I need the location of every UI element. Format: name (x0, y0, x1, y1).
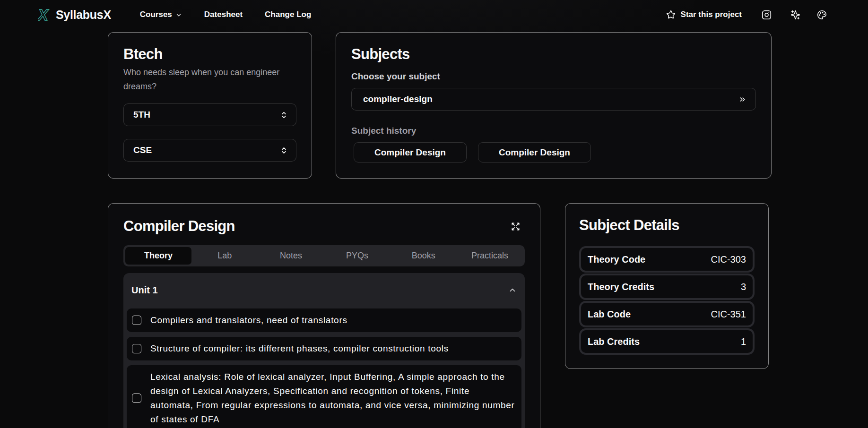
detail-row: Lab Credits 1 (579, 328, 755, 355)
subject-details-card: Subject Details Theory Code CIC-303 Theo… (565, 203, 769, 369)
palette-icon (817, 10, 827, 20)
subject-history-label: Subject history (351, 124, 756, 137)
nav-changelog[interactable]: Change Log (265, 10, 311, 19)
detail-value: 1 (741, 336, 746, 347)
subject-history-button[interactable]: Compiler Design (354, 142, 467, 163)
topic-checkbox[interactable] (132, 344, 141, 353)
tab[interactable]: PYQs (324, 247, 391, 265)
syllabus-card-title: Compiler Design (123, 218, 235, 235)
nav-courses[interactable]: Courses (140, 10, 182, 19)
syllabus-tabs: TheoryLabNotesPYQsBooksPracticals (123, 245, 525, 266)
tab[interactable]: Theory (125, 247, 191, 265)
subject-history-button[interactable]: Compiler Design (478, 142, 591, 163)
subject-details-list: Theory Code CIC-303 Theory Credits 3 Lab… (579, 246, 755, 355)
top-navbar: X SyllabusX Courses Datesheet Change Log… (0, 0, 868, 29)
main-content: Btech Who needs sleep when you can engin… (108, 32, 771, 428)
chevrons-up-down-icon (280, 146, 288, 154)
subject-details-title: Subject Details (579, 217, 755, 234)
detail-label: Lab Code (588, 309, 631, 320)
detail-label: Lab Credits (588, 336, 640, 347)
detail-row: Theory Credits 3 (579, 274, 755, 300)
detail-label: Theory Code (588, 254, 645, 265)
chevrons-up-down-icon (280, 111, 288, 119)
chevrons-right-icon (738, 95, 746, 103)
topic-list: Compilers and translators, need of trans… (123, 307, 525, 428)
course-card-subtitle: Who needs sleep when you can engineer dr… (123, 65, 296, 94)
topic-row: Structure of compiler: its different pha… (127, 337, 521, 360)
topic-checkbox[interactable] (132, 394, 141, 403)
topic-text: Lexical analysis: Role of lexical analyz… (150, 370, 515, 427)
topic-text: Compilers and translators, need of trans… (150, 313, 347, 327)
syllabus-card: Compiler Design TheoryLabNotesPYQsBooksP… (108, 203, 540, 428)
instagram-button[interactable] (757, 5, 776, 24)
tab[interactable]: Notes (258, 247, 324, 265)
branch-select-value: CSE (133, 145, 152, 155)
svg-text:X: X (38, 8, 49, 22)
topic-row: Compilers and translators, need of trans… (127, 308, 521, 332)
brand-title: SyllabusX (56, 8, 111, 22)
detail-label: Theory Credits (588, 282, 654, 292)
semester-select[interactable]: 5TH (123, 103, 296, 126)
instagram-icon (762, 10, 772, 20)
choose-subject-label: Choose your subject (351, 70, 756, 83)
brand-logo[interactable]: X SyllabusX (38, 8, 111, 22)
tab[interactable]: Lab (191, 247, 258, 265)
subject-combobox-value: compiler-design (363, 94, 433, 104)
detail-value: CIC-351 (711, 309, 746, 320)
unit-accordion: Unit 1 Compilers and translators, need o… (123, 273, 525, 428)
branch-select[interactable]: CSE (123, 139, 296, 162)
main-nav: Courses Datesheet Change Log (140, 10, 312, 19)
detail-value: 3 (741, 282, 746, 292)
theme-palette-button[interactable] (812, 5, 831, 24)
chevron-up-icon (508, 286, 517, 294)
detail-row: Theory Code CIC-303 (579, 246, 755, 273)
detail-row: Lab Code CIC-351 (579, 301, 755, 327)
subjects-card: Subjects Choose your subject compiler-de… (336, 32, 772, 179)
unit-accordion-header[interactable]: Unit 1 (123, 273, 525, 307)
semester-select-value: 5TH (133, 110, 150, 120)
star-project-button[interactable]: Star this project (665, 6, 743, 23)
subject-combobox[interactable]: compiler-design (351, 88, 756, 111)
tab[interactable]: Practicals (457, 247, 523, 265)
star-project-label: Star this project (681, 10, 742, 19)
topic-row: Lexical analysis: Role of lexical analyz… (127, 365, 521, 428)
tab[interactable]: Books (391, 247, 457, 265)
expand-icon (511, 222, 520, 231)
ai-sparkles-button[interactable] (786, 5, 805, 24)
topic-text: Structure of compiler: its different pha… (150, 342, 449, 356)
subjects-card-title: Subjects (351, 46, 756, 63)
nav-datesheet[interactable]: Datesheet (204, 10, 243, 19)
topic-checkbox[interactable] (132, 316, 141, 325)
subject-history-list: Compiler DesignCompiler Design (354, 142, 756, 163)
chevron-down-icon (175, 12, 182, 18)
syllabusx-logo-icon: X (38, 8, 52, 22)
star-icon (666, 10, 676, 19)
sparkles-icon (790, 10, 800, 20)
expand-button[interactable] (506, 217, 525, 236)
course-card: Btech Who needs sleep when you can engin… (108, 32, 312, 179)
header-actions: Star this project (665, 5, 831, 24)
course-card-title: Btech (123, 46, 296, 63)
detail-value: CIC-303 (711, 254, 746, 265)
unit-title: Unit 1 (131, 285, 158, 296)
